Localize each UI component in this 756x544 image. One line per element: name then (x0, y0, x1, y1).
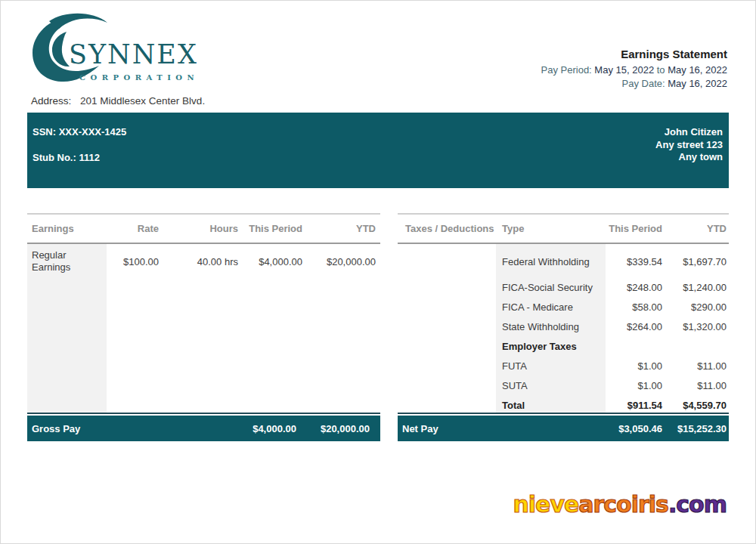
earning-name: Regular Earnings (27, 244, 107, 274)
employee-ssn: SSN: XXX-XXX-1425 (33, 126, 126, 138)
employee-name: John Citizen (655, 126, 723, 139)
table-row: State Withholding $264.00 $1,320.00 (398, 317, 729, 336)
pay-period-start: May 15, 2022 (594, 64, 654, 76)
employee-address-block: John Citizen Any street 123 Any town (655, 126, 723, 188)
deduction-type: Total (496, 400, 606, 411)
deduction-this-period: $911.54 (606, 400, 665, 411)
net-pay-this-period: $3,050.46 (606, 423, 665, 434)
watermark-part1: nieve (513, 491, 578, 518)
gross-pay-this-period: $4,000.00 (243, 423, 307, 434)
earning-ytd: $20,000.00 (307, 256, 380, 267)
deduction-ytd: $1,320.00 (665, 321, 729, 332)
gross-pay-label: Gross Pay (27, 423, 107, 434)
pay-period-end: May 16, 2022 (668, 64, 727, 76)
deduction-type: FICA-Social Security (496, 282, 606, 293)
logo-subtitle: CORPORATION (79, 73, 199, 82)
employee-banner: SSN: XXX-XXX-1425 Stub No.: 1112 John Ci… (27, 113, 729, 188)
earnings-table-body: Regular Earnings $100.00 40.00 hrs $4,00… (27, 244, 380, 414)
employee-street: Any street 123 (655, 139, 723, 152)
col-ytd: YTD (665, 223, 729, 234)
col-taxes-deductions: Taxes / Deductions (398, 223, 496, 234)
deduction-ytd: $4,559.70 (665, 400, 729, 411)
deduction-type: Federal Withholding (496, 256, 606, 267)
col-this-period: This Period (243, 223, 307, 234)
deduction-type: Employer Taxes (496, 341, 606, 352)
earning-this-period: $4,000.00 (243, 256, 307, 267)
tables-area: Earnings Rate Hours This Period YTD Regu… (27, 213, 729, 441)
deductions-table: Taxes / Deductions Type This Period YTD … (398, 213, 729, 441)
table-row: FICA - Medicare $58.00 $290.00 (398, 297, 729, 317)
table-row: Regular Earnings $100.00 40.00 hrs $4,00… (27, 244, 380, 279)
deduction-type: FICA - Medicare (496, 301, 606, 313)
pay-period-to: to (657, 64, 665, 76)
col-type: Type (496, 223, 606, 234)
deduction-type: SUTA (496, 380, 606, 391)
col-ytd: YTD (307, 223, 380, 234)
address-label: Address: (31, 95, 71, 107)
address-value: 201 Middlesex Center Blvd. (80, 95, 205, 107)
employee-town: Any town (655, 151, 723, 164)
document-title: Earnings Statement (541, 48, 727, 60)
net-pay-label: Net Pay (398, 423, 496, 434)
watermark-part3: .com (668, 491, 727, 518)
pay-date-line: Pay Date: May 16, 2022 (541, 78, 727, 89)
col-earnings: Earnings (27, 223, 107, 234)
table-row: FICA-Social Security $248.00 $1,240.00 (398, 277, 729, 297)
deduction-this-period: $1.00 (606, 360, 665, 372)
table-row: SUTA $1.00 $11.00 (398, 376, 729, 395)
deduction-type: FUTA (496, 360, 606, 372)
deduction-this-period: $1.00 (606, 380, 665, 391)
net-pay-bar: Net Pay $3,050.46 $15,252.30 (398, 416, 729, 441)
net-pay-ytd: $15,252.30 (665, 423, 729, 434)
pay-period-label: Pay Period: (541, 64, 592, 76)
deduction-this-period: $339.54 (606, 256, 665, 267)
col-this-period: This Period (606, 223, 665, 234)
col-hours: Hours (163, 223, 243, 234)
pay-date-value: May 16, 2022 (668, 78, 727, 89)
deduction-this-period: $264.00 (606, 321, 665, 332)
employee-ids: SSN: XXX-XXX-1425 Stub No.: 1112 (33, 126, 126, 188)
deduction-ytd: $290.00 (665, 301, 729, 313)
pay-period-line: Pay Period: May 15, 2022 to May 16, 2022 (541, 64, 727, 76)
deduction-this-period: $248.00 (606, 282, 665, 293)
table-row-employer-taxes: Employer Taxes (398, 336, 729, 356)
gross-pay-bar: Gross Pay $4,000.00 $20,000.00 (27, 416, 380, 441)
deductions-table-body: Federal Withholding $339.54 $1,697.70 FI… (398, 244, 729, 414)
col-rate: Rate (107, 223, 163, 234)
watermark-part2: arcoiris (578, 491, 668, 518)
deductions-table-header: Taxes / Deductions Type This Period YTD (398, 213, 729, 244)
deduction-ytd: $1,240.00 (665, 282, 729, 293)
gross-pay-ytd: $20,000.00 (307, 423, 380, 434)
deduction-this-period: $58.00 (606, 301, 665, 313)
deduction-type: State Withholding (496, 321, 606, 332)
earnings-table: Earnings Rate Hours This Period YTD Regu… (27, 213, 380, 441)
watermark: nievearcoiris.com (513, 491, 727, 518)
synnex-logo: SYNNEX CORPORATION (26, 9, 208, 85)
table-row: FUTA $1.00 $11.00 (398, 356, 729, 376)
pay-date-label: Pay Date: (622, 78, 665, 89)
document-meta: Earnings Statement Pay Period: May 15, 2… (541, 48, 727, 89)
earnings-statement-page: SYNNEX CORPORATION Earnings Statement Pa… (0, 0, 756, 544)
stub-number: Stub No.: 1112 (33, 152, 126, 163)
earning-hours: 40.00 hrs (163, 256, 243, 267)
table-row: Federal Withholding $339.54 $1,697.70 (398, 252, 729, 271)
earnings-table-header: Earnings Rate Hours This Period YTD (27, 213, 380, 244)
deduction-ytd: $1,697.70 (665, 256, 729, 267)
company-address: Address: 201 Middlesex Center Blvd. (31, 95, 205, 107)
table-row-total: Total $911.54 $4,559.70 (398, 395, 729, 415)
deduction-ytd: $11.00 (665, 380, 729, 391)
deduction-ytd: $11.00 (665, 360, 729, 372)
earning-rate: $100.00 (107, 256, 163, 267)
logo-wordmark: SYNNEX (69, 39, 198, 70)
